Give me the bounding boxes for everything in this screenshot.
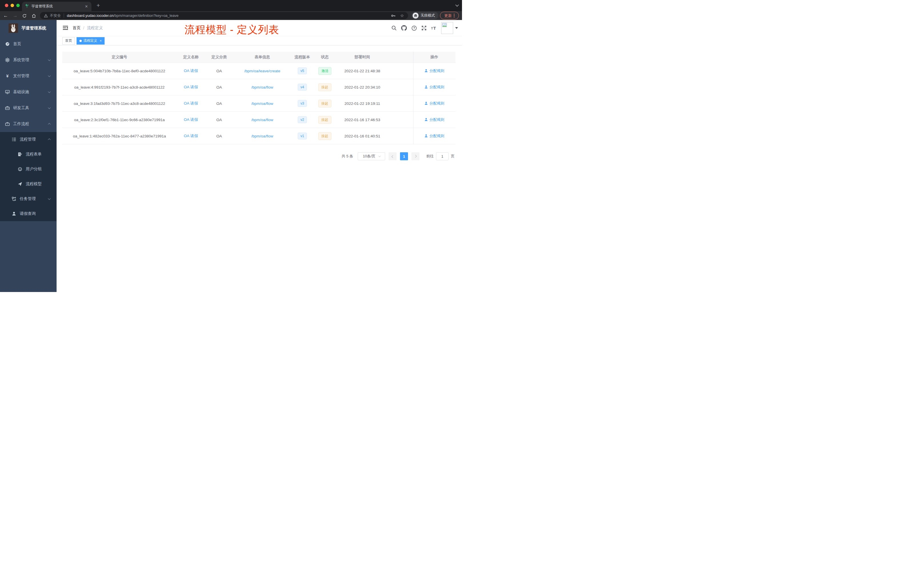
close-window-button[interactable] <box>5 4 8 7</box>
bookmark-star-icon[interactable]: ☆ <box>400 13 404 18</box>
status-tag: 挂起 <box>318 132 332 140</box>
home-button[interactable] <box>30 12 37 19</box>
tag-item[interactable]: 首页 <box>62 37 75 45</box>
forward-button[interactable]: → <box>12 12 18 19</box>
sidebar-item-label: 请假查询 <box>20 211 36 216</box>
column-header: 定义分类 <box>205 54 233 60</box>
url-path: /bpm/manager/definition?key=oa_leave <box>114 13 178 18</box>
definition-name-link[interactable]: OA 请假 <box>184 101 198 106</box>
user-avatar-menu[interactable] <box>441 22 458 34</box>
version-tag: v3 <box>298 100 307 107</box>
user-icon <box>12 211 16 216</box>
cell-definition-id: oa_leave:5:004b710b-7b8a-11ec-8ef0-acde4… <box>62 69 177 73</box>
sidebar-item-label: 系统管理 <box>13 58 29 63</box>
table-row: oa_leave:2:3c1f0ef1-76b1-11ec-9c66-a2380… <box>62 112 455 128</box>
sidebar-item-workflow[interactable]: 工作流程 <box>0 116 56 132</box>
definition-name-link[interactable]: OA 请假 <box>184 134 198 138</box>
github-icon[interactable] <box>401 25 407 31</box>
person-icon <box>424 134 428 138</box>
back-button[interactable]: ← <box>2 12 9 19</box>
definition-name-link[interactable]: OA 请假 <box>184 85 198 89</box>
hamburger-icon[interactable] <box>63 25 68 31</box>
form-info-link[interactable]: /bpm/oa/flow <box>251 85 274 89</box>
tab-close-icon[interactable]: ✕ <box>84 4 89 8</box>
sidebar-item-infrastructure[interactable]: 基础设施 <box>0 84 56 100</box>
security-label: 不安全 <box>50 13 61 18</box>
assign-rule-link[interactable]: 分配规则 <box>424 68 444 73</box>
menu-dots-icon[interactable] <box>454 14 455 17</box>
sidebar-item-user-group[interactable]: 用户分组 <box>0 162 56 177</box>
definition-name-link[interactable]: OA 请假 <box>184 69 198 73</box>
svg-text:T: T <box>434 26 436 31</box>
sidebar-item-home[interactable]: 首页 <box>0 36 56 52</box>
font-size-icon[interactable]: T T <box>431 25 437 31</box>
assign-rule-link[interactable]: 分配规则 <box>424 101 444 106</box>
chevron-up-icon <box>48 123 51 126</box>
svg-text:T: T <box>431 27 433 30</box>
tag-active[interactable]: 流程定义× <box>77 37 105 45</box>
dashboard-icon <box>5 42 10 46</box>
browser-update-button[interactable]: 更新 <box>440 12 459 20</box>
help-question-icon[interactable]: ? <box>411 25 417 31</box>
reload-button[interactable] <box>21 12 28 19</box>
yen-icon: ¥ <box>5 74 10 78</box>
current-page-button[interactable]: 1 <box>400 152 408 160</box>
form-info-link[interactable]: /bpm/oa/flow <box>251 118 274 122</box>
zoom-window-button[interactable] <box>16 4 20 7</box>
assign-rule-link[interactable]: 分配规则 <box>424 134 444 139</box>
table-header: 定义编号定义名称定义分类表单信息流程版本状态部署时间操作 <box>62 52 455 63</box>
sidebar-item-task-manage[interactable]: 任务管理 <box>0 191 56 206</box>
sidebar-item-process-form[interactable]: 流程表单 <box>0 147 56 162</box>
password-key-icon[interactable] <box>391 13 396 18</box>
sidebar: 芋道管理系统 首页系统管理¥支付管理基础设施研发工具工作流程流程管理流程表单用户… <box>0 20 56 292</box>
sidebar-menu: 首页系统管理¥支付管理基础设施研发工具工作流程流程管理流程表单用户分组流程模型任… <box>0 36 56 221</box>
goto-page-input[interactable] <box>436 152 449 160</box>
sidebar-item-label: 用户分组 <box>26 167 42 172</box>
prev-page-button[interactable] <box>389 152 396 160</box>
form-info-link[interactable]: /bpm/oa/flow <box>251 101 274 106</box>
sidebar-item-label: 任务管理 <box>20 196 36 201</box>
incognito-icon <box>412 13 419 18</box>
table-body: oa_leave:5:004b710b-7b8a-11ec-8ef0-acde4… <box>62 63 455 144</box>
cell-definition-id: oa_leave:3:1fad3d93-7b75-11ec-a3c8-acde4… <box>62 101 177 106</box>
sidebar-item-label: 流程管理 <box>20 137 36 142</box>
cell-category: OA <box>205 69 233 73</box>
breadcrumb-current: 流程定义 <box>87 25 103 31</box>
sidebar-item-process-model[interactable]: 流程模型 <box>0 177 56 191</box>
svg-text:?: ? <box>413 26 415 30</box>
sidebar-item-payment[interactable]: ¥支付管理 <box>0 68 56 84</box>
broken-avatar-image <box>441 22 453 34</box>
app-navbar: 首页 / 流程定义 流程模型 - 定义列表 ? <box>56 20 462 36</box>
chevron-down-icon <box>378 155 381 157</box>
sidebar-item-system[interactable]: 系统管理 <box>0 52 56 68</box>
form-info-link[interactable]: /bpm/oa/flow <box>251 134 274 138</box>
sidebar-item-dev-tools[interactable]: 研发工具 <box>0 100 56 116</box>
search-icon[interactable] <box>391 25 397 31</box>
version-tag: v5 <box>298 68 307 74</box>
next-page-button[interactable] <box>411 152 419 160</box>
cell-deploy-time: 2022-01-16 01:40:51 <box>337 134 388 138</box>
tag-close-icon[interactable]: × <box>100 39 102 43</box>
address-bar[interactable]: 不安全 dashboard.yudao.iocoder.cn/bpm/manag… <box>40 12 408 19</box>
app-logo[interactable]: 芋道管理系统 <box>0 20 56 36</box>
minimize-window-button[interactable] <box>11 4 14 7</box>
sidebar-item-leave-query[interactable]: 请假查询 <box>0 206 56 221</box>
fullscreen-icon[interactable] <box>421 25 427 31</box>
monitor-icon <box>5 90 10 94</box>
assign-rule-link[interactable]: 分配规则 <box>424 117 444 122</box>
page-size-select[interactable]: 10条/页 <box>358 152 385 160</box>
form-info-link[interactable]: /bpm/oa/leave/create <box>244 69 280 73</box>
browser-tab[interactable]: 芋道管理系统 ✕ <box>22 2 91 11</box>
active-tag-dot <box>79 40 82 42</box>
tree-icon <box>12 196 16 201</box>
breadcrumb-home[interactable]: 首页 <box>73 25 81 31</box>
cell-category: OA <box>205 101 233 106</box>
definition-name-link[interactable]: OA 请假 <box>184 117 198 122</box>
new-tab-button[interactable]: + <box>94 2 102 10</box>
sidebar-item-process-manage[interactable]: 流程管理 <box>0 132 56 147</box>
status-tag: 挂起 <box>318 100 332 107</box>
sidebar-item-label: 流程模型 <box>26 181 42 186</box>
tag-label: 首页 <box>65 38 72 43</box>
tab-search-chevron-icon[interactable] <box>455 3 459 7</box>
assign-rule-link[interactable]: 分配规则 <box>424 84 444 90</box>
